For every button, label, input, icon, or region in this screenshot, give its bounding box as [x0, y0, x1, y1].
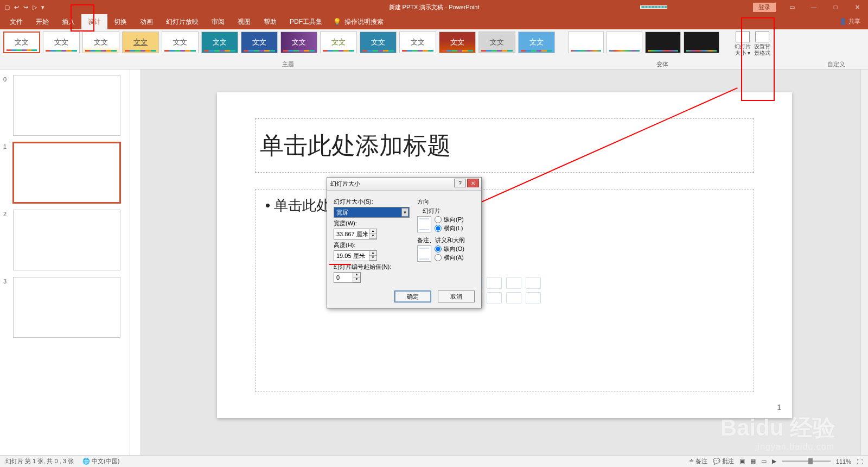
status-notes[interactable]: ≐ 备注	[689, 457, 707, 465]
status-lang[interactable]: 🌐 中文(中国)	[82, 457, 119, 465]
slide-size-button[interactable]: 幻灯片 大小 ▾	[733, 31, 752, 56]
notes-landscape-radio[interactable]	[435, 254, 442, 261]
outline-num: 3	[3, 277, 13, 338]
redo-icon[interactable]: ↪	[23, 4, 28, 11]
theme-thumb-4[interactable]: 文文	[122, 31, 159, 53]
tab-help[interactable]: 帮助	[257, 14, 283, 29]
tab-pdf-tools[interactable]: PDF工具集	[283, 14, 329, 29]
view-sorter-icon[interactable]: ▦	[750, 458, 756, 465]
variant-thumb-4[interactable]	[684, 31, 719, 53]
tab-design[interactable]: 设计	[81, 14, 107, 29]
view-normal-icon[interactable]: ▣	[739, 458, 745, 465]
slides-orient-label: 幻灯片	[423, 207, 475, 215]
page-icon	[417, 216, 431, 232]
dialog-help-icon[interactable]: ?	[454, 179, 466, 187]
orientation-label: 方向	[417, 198, 475, 206]
share-button[interactable]: 👤 共享	[839, 17, 860, 26]
vertical-ruler	[130, 70, 141, 455]
outline-num: 2	[3, 210, 13, 270]
outline-thumb-2[interactable]	[13, 210, 120, 270]
size-label: 幻灯片大小(S):	[334, 198, 410, 206]
outline-num: 1	[3, 142, 13, 203]
theme-thumb-2[interactable]: 文文	[43, 31, 80, 53]
tab-review[interactable]: 审阅	[205, 14, 231, 29]
slide-page-number: 1	[777, 403, 781, 412]
tab-transitions[interactable]: 切换	[107, 14, 133, 29]
theme-thumb-13[interactable]: 文文	[478, 31, 515, 53]
format-background-button[interactable]: 设置背 景格式	[753, 31, 771, 56]
title-placeholder[interactable]: 单击此处添加标题	[255, 118, 754, 173]
status-comments[interactable]: 💬 批注	[713, 457, 734, 465]
chevron-down-icon: ▼	[401, 208, 409, 217]
outline-num: 0	[3, 75, 13, 136]
group-label-custom: 自定义	[827, 60, 845, 68]
width-label: 宽度(W):	[334, 219, 410, 228]
group-label-themes: 主题	[282, 60, 294, 68]
view-reading-icon[interactable]: ▭	[761, 458, 767, 465]
themes-gallery: 文文 文文 文文 文文 文文 文文 文文 文文 文文 文文 文文 文文 文文 文…	[3, 31, 555, 53]
theme-thumb-10[interactable]: 文文	[360, 31, 397, 53]
tab-animations[interactable]: 动画	[133, 14, 159, 29]
cancel-button[interactable]: 取消	[438, 291, 475, 302]
slides-landscape-radio[interactable]	[435, 225, 442, 232]
tab-view[interactable]: 视图	[231, 14, 257, 29]
theme-thumb-14[interactable]: 文文	[518, 31, 555, 53]
share-label: 共享	[848, 18, 860, 24]
notes-orient-label: 备注、讲义和大纲	[417, 236, 475, 244]
outline-thumb-0[interactable]	[13, 75, 120, 136]
theme-thumb-3[interactable]: 文文	[82, 31, 119, 53]
zoom-value[interactable]: 111%	[836, 458, 851, 465]
dialog-title: 幻灯片大小	[330, 180, 360, 188]
status-slide-count: 幻灯片 第 1 张, 共 0 , 3 张	[5, 457, 74, 465]
page-icon	[417, 245, 431, 262]
dialog-close-icon[interactable]: ✕	[467, 179, 479, 187]
group-label-variants: 变体	[656, 60, 668, 68]
lightbulb-icon: 💡	[333, 18, 341, 26]
status-bar: 幻灯片 第 1 张, 共 0 , 3 张 🌐 中文(中国) ≐ 备注 💬 批注 …	[0, 455, 868, 467]
theme-thumb-12[interactable]: 文文	[439, 31, 476, 53]
close-icon[interactable]: ✕	[846, 0, 868, 14]
start-number-spinner[interactable]: 0▲▼	[334, 272, 361, 283]
zoom-slider[interactable]	[782, 460, 831, 462]
theme-thumb-1[interactable]: 文文	[3, 31, 40, 53]
tell-me-search[interactable]: 💡 操作说明搜索	[333, 14, 384, 29]
theme-thumb-6[interactable]: 文文	[201, 31, 238, 53]
tell-me-label: 操作说明搜索	[344, 17, 384, 27]
login-button[interactable]: 登录	[753, 3, 776, 12]
maximize-icon[interactable]: □	[825, 0, 846, 14]
outline-thumb-3[interactable]	[13, 277, 120, 338]
ok-button[interactable]: 确定	[394, 291, 431, 302]
notes-portrait-radio[interactable]	[435, 245, 442, 253]
undo-icon[interactable]: ↩	[14, 4, 19, 11]
view-slideshow-icon[interactable]: ▶	[772, 458, 776, 465]
variant-thumb-1[interactable]	[568, 31, 604, 53]
vertical-scrollbar[interactable]	[860, 70, 868, 455]
tab-slideshow[interactable]: 幻灯片放映	[159, 14, 205, 29]
height-label: 高度(H):	[334, 241, 410, 249]
fit-to-window-icon[interactable]: ⛶	[857, 458, 863, 465]
minimize-icon[interactable]: —	[803, 0, 825, 14]
start-from-beginning-icon[interactable]: ▷	[33, 4, 37, 11]
tab-home[interactable]: 开始	[29, 14, 55, 29]
ribbon-options-icon[interactable]: ▭	[781, 0, 803, 14]
slide-size-select[interactable]: 宽屏▼	[334, 207, 410, 218]
theme-thumb-9[interactable]: 文文	[320, 31, 357, 53]
theme-thumb-7[interactable]: 文文	[241, 31, 278, 53]
qat-more-icon[interactable]: ▾	[41, 4, 44, 11]
tab-insert[interactable]: 插入	[55, 14, 81, 29]
document-title: 新建 PPTX 演示文稿 - PowerPoint	[389, 3, 480, 11]
variant-thumb-3[interactable]	[645, 31, 681, 53]
slides-portrait-radio[interactable]	[435, 216, 442, 223]
theme-thumb-5[interactable]: 文文	[162, 31, 199, 53]
outline-thumb-1[interactable]	[13, 142, 120, 203]
annotation-underline-startnum	[329, 264, 351, 265]
save-icon[interactable]: ▢	[4, 4, 10, 11]
height-spinner[interactable]: 19.05 厘米▲▼	[334, 250, 377, 261]
variant-thumb-2[interactable]	[607, 31, 642, 53]
slide-canvas[interactable]: 单击此处添加标题 • 单击此处添 1	[217, 92, 792, 418]
theme-thumb-11[interactable]: 文文	[399, 31, 436, 53]
variants-gallery	[568, 31, 719, 53]
tab-file[interactable]: 文件	[3, 14, 29, 29]
width-spinner[interactable]: 33.867 厘米▲▼	[334, 229, 377, 239]
theme-thumb-8[interactable]: 文文	[280, 31, 317, 53]
